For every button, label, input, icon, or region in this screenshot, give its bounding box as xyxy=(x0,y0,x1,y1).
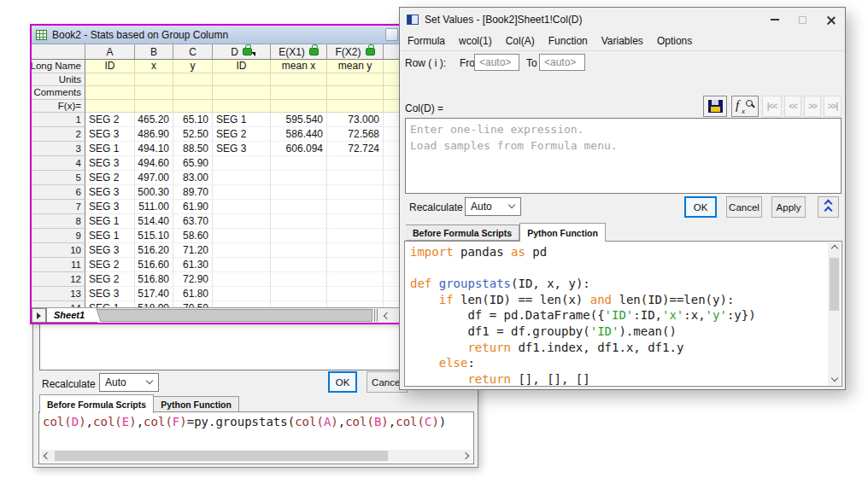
table-cell[interactable]: SEG 3 xyxy=(85,185,135,200)
table-cell[interactable]: 486.90 xyxy=(135,127,173,142)
row-number[interactable]: 8 xyxy=(32,214,85,229)
table-cell[interactable]: 61.30 xyxy=(173,258,213,272)
vscroll-up-arrow-icon[interactable] xyxy=(829,242,841,254)
table-cell[interactable]: 516.80 xyxy=(135,272,173,287)
column-header-b[interactable]: B xyxy=(135,44,173,60)
table-cell[interactable] xyxy=(213,171,271,185)
row-number[interactable]: 1 xyxy=(32,113,85,127)
table-cell[interactable]: 595.540 xyxy=(271,113,327,127)
table-cell[interactable]: 58.60 xyxy=(173,229,213,243)
table-cell[interactable]: 70.50 xyxy=(173,301,213,307)
vscroll-down-arrow-icon[interactable] xyxy=(829,373,841,385)
table-cell[interactable]: SEG 3 xyxy=(213,142,271,156)
table-cell[interactable]: 72.568 xyxy=(327,127,384,142)
table-cell[interactable] xyxy=(327,156,384,171)
row-number[interactable]: 10 xyxy=(32,243,85,258)
table-cell[interactable] xyxy=(327,272,384,287)
hscroll-thumb[interactable] xyxy=(55,451,388,461)
table-cell[interactable]: SEG 1 xyxy=(85,301,135,307)
table-cell[interactable]: 515.10 xyxy=(135,229,173,243)
header-cell[interactable] xyxy=(213,86,271,100)
header-cell[interactable] xyxy=(327,100,384,114)
table-cell[interactable] xyxy=(213,287,271,301)
row-to-input[interactable]: <auto> xyxy=(539,54,585,71)
table-cell[interactable]: SEG 3 xyxy=(85,156,135,171)
sheet-tab[interactable]: Sheet1 xyxy=(46,308,97,323)
column-header-d[interactable]: D xyxy=(213,44,271,60)
sheet-nav-button[interactable] xyxy=(32,308,46,323)
apply-button[interactable]: Apply xyxy=(771,196,806,218)
table-cell[interactable]: 511.00 xyxy=(135,200,173,214)
vscroll-thumb[interactable] xyxy=(830,258,839,311)
menu-variables[interactable]: Variables xyxy=(601,35,643,47)
table-cell[interactable] xyxy=(327,287,384,301)
header-cell[interactable]: x xyxy=(135,60,173,73)
header-cell[interactable] xyxy=(213,100,271,114)
minimize-button[interactable] xyxy=(760,8,789,32)
header-cell[interactable] xyxy=(271,100,327,114)
table-cell[interactable]: 52.50 xyxy=(173,127,213,142)
back-editor-hscrollbar[interactable] xyxy=(41,450,472,462)
table-cell[interactable]: 63.70 xyxy=(173,214,213,229)
table-cell[interactable]: SEG 2 xyxy=(85,113,135,127)
table-cell[interactable]: 500.30 xyxy=(135,185,173,200)
table-cell[interactable]: 89.70 xyxy=(173,185,213,200)
table-cell[interactable] xyxy=(271,301,327,307)
tab-python-function[interactable]: Python Function xyxy=(519,223,606,242)
row-number[interactable]: 7 xyxy=(32,200,85,214)
table-cell[interactable] xyxy=(213,200,271,214)
column-header-c[interactable]: C xyxy=(173,44,213,60)
save-formula-button[interactable] xyxy=(703,96,727,117)
table-cell[interactable]: SEG 2 xyxy=(85,272,135,287)
tab-before-formula-scripts[interactable]: Before Formula Scripts xyxy=(406,225,519,241)
tab-python-function[interactable]: Python Function xyxy=(154,396,239,412)
column-header-a[interactable]: A xyxy=(85,44,135,60)
table-cell[interactable] xyxy=(327,171,384,185)
table-cell[interactable] xyxy=(213,258,271,272)
goto-cell-button[interactable]: << xyxy=(784,96,801,117)
table-cell[interactable] xyxy=(327,185,384,200)
dialog-titlebar[interactable]: Set Values - [Book2]Sheet1!Col(D) xyxy=(400,8,845,32)
table-cell[interactable] xyxy=(271,156,327,171)
table-cell[interactable]: SEG 1 xyxy=(85,229,135,243)
search-functions-button[interactable]: f x xyxy=(731,96,759,117)
table-cell[interactable]: 497.00 xyxy=(135,171,173,185)
header-cell[interactable] xyxy=(271,73,327,87)
row-label[interactable]: Long Name xyxy=(32,60,85,73)
table-cell[interactable] xyxy=(327,200,384,214)
tab-before-formula-scripts[interactable]: Before Formula Scripts xyxy=(39,394,154,413)
table-cell[interactable] xyxy=(271,243,327,258)
row-number[interactable]: 13 xyxy=(32,287,85,301)
column-header-fx2[interactable]: F(X2) xyxy=(327,44,384,60)
table-cell[interactable] xyxy=(213,185,271,200)
table-cell[interactable]: 465.20 xyxy=(135,113,173,127)
worksheet-hscroll-left-arrow[interactable] xyxy=(379,308,394,323)
table-cell[interactable]: SEG 2 xyxy=(85,171,135,185)
collapse-dialog-button[interactable] xyxy=(818,196,839,218)
goto-cell-button[interactable]: >> xyxy=(804,96,821,117)
goto-cell-button[interactable]: >>| xyxy=(824,96,842,117)
table-cell[interactable] xyxy=(213,156,271,171)
table-cell[interactable]: 517.40 xyxy=(135,287,173,301)
table-cell[interactable] xyxy=(327,258,384,272)
header-cell[interactable] xyxy=(173,100,213,114)
column-header-ex1[interactable]: E(X1) xyxy=(271,44,327,60)
row-number[interactable]: 12 xyxy=(32,272,85,287)
worksheet-titlebar[interactable]: Book2 - Stats based on Group Column xyxy=(32,26,401,44)
table-cell[interactable] xyxy=(213,243,271,258)
ok-button[interactable]: OK xyxy=(684,196,717,218)
table-cell[interactable] xyxy=(327,243,384,258)
row-number[interactable]: 6 xyxy=(32,185,85,200)
back-script-editor[interactable]: col(D),col(E),col(F)=py.groupstats(col(A… xyxy=(38,411,474,464)
table-corner[interactable] xyxy=(32,44,85,60)
header-cell[interactable] xyxy=(327,73,384,87)
menu-cola[interactable]: Col(A) xyxy=(506,35,535,47)
table-cell[interactable] xyxy=(213,214,271,229)
header-cell[interactable] xyxy=(327,86,384,100)
header-cell[interactable] xyxy=(85,73,135,87)
row-number[interactable]: 5 xyxy=(32,171,85,185)
header-cell[interactable] xyxy=(173,73,213,87)
header-cell[interactable] xyxy=(271,86,327,100)
header-cell[interactable] xyxy=(85,86,135,100)
row-from-input[interactable]: <auto> xyxy=(474,54,519,71)
